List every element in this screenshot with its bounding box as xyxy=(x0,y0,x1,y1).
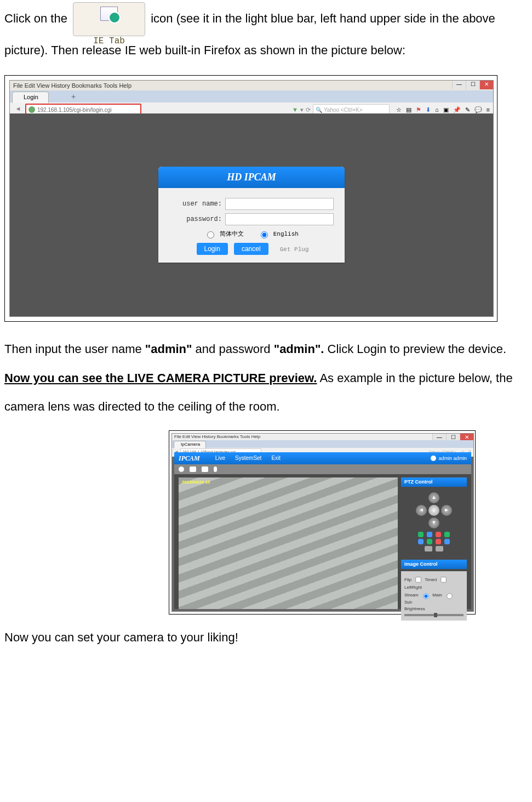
ptz-preset-4[interactable] xyxy=(444,532,450,537)
live-screenshot-frame: — ☐ ✕ File Edit View History Bookmarks T… xyxy=(169,430,476,615)
ptz-preset-row-2 xyxy=(401,539,467,544)
mic-icon[interactable] xyxy=(214,467,217,472)
ptz-left-button[interactable]: ◄ xyxy=(416,505,427,516)
ietab-glyph xyxy=(100,7,118,21)
brightness-slider[interactable] xyxy=(404,614,464,616)
get-plug-link[interactable]: Get Plug xyxy=(280,246,309,253)
ptz-title: PTZ Control xyxy=(401,477,467,487)
lang-en-radio[interactable] xyxy=(261,231,268,238)
page-content: HD IPCAM user name: password: 简体中文 xyxy=(10,113,493,316)
ptz-preset-5[interactable] xyxy=(418,539,424,544)
p2-e: Click Login to preview the device. xyxy=(328,342,507,356)
pin-icon[interactable]: 📌 xyxy=(453,106,461,113)
live-browser: — ☐ ✕ File Edit View History Bookmarks T… xyxy=(171,433,474,612)
user-icon xyxy=(431,456,436,461)
ptz-preset-2[interactable] xyxy=(427,532,432,537)
login-browser: — ☐ ✕ File Edit View History Bookmarks T… xyxy=(9,80,494,317)
user-label: admin admin xyxy=(438,456,467,462)
nav-live[interactable]: Live xyxy=(215,455,225,462)
login-title: HD IPCAM xyxy=(158,167,345,188)
browser-menubar-2[interactable]: File Edit View History Bookmarks Tools H… xyxy=(172,434,473,440)
ptz-preset-8[interactable] xyxy=(444,539,450,544)
login-screenshot-frame: — ☐ ✕ File Edit View History Bookmarks T… xyxy=(4,75,497,322)
flip-label: Flip xyxy=(404,577,411,582)
record-icon[interactable] xyxy=(179,467,184,472)
home-icon[interactable]: ⌂ xyxy=(435,106,439,113)
login-button[interactable]: Login xyxy=(197,243,228,255)
ptz-down-button[interactable]: ▼ xyxy=(428,517,439,528)
flip-row: Flip Timed LeftRight xyxy=(404,575,464,590)
p2-d: "admin". xyxy=(274,342,324,356)
login-panel: HD IPCAM user name: password: 简体中文 xyxy=(158,167,345,263)
search-placeholder: Yahoo <Ctrl+K> xyxy=(324,106,363,113)
reload-icon[interactable]: ⟳ xyxy=(306,106,311,113)
window-min-button[interactable]: — xyxy=(452,81,466,89)
main-radio[interactable] xyxy=(423,594,428,599)
sub-toolbar xyxy=(174,464,471,474)
ptz-zoom-in[interactable] xyxy=(436,546,443,551)
main-label: Main xyxy=(432,593,442,598)
leftright-checkbox[interactable] xyxy=(441,577,447,582)
flag-icon[interactable]: ⚑ xyxy=(416,106,421,113)
timed-checkbox[interactable] xyxy=(415,577,421,582)
brightness-label: Brightness xyxy=(404,606,425,611)
url-text: 192.168.1.105/cgi-bin/login.cgi xyxy=(37,106,112,113)
video-icon[interactable] xyxy=(202,467,208,472)
ptz-preset-row-1 xyxy=(401,532,467,537)
ptz-dpad: ▲ ▼ ◄ ► ⌂ xyxy=(416,492,452,528)
shield-icon: ▼ xyxy=(292,106,298,113)
p2-c: and password xyxy=(196,342,274,356)
video-preview[interactable]: 2013/04/24 15 xyxy=(179,477,398,609)
brand-label: IPCAM xyxy=(179,454,200,462)
ietab-label: IE Tab xyxy=(73,31,145,52)
site-icon xyxy=(28,106,35,113)
nav-exit[interactable]: Exit xyxy=(271,455,281,462)
ptz-up-button[interactable]: ▲ xyxy=(428,492,439,503)
ptz-preset-6[interactable] xyxy=(427,539,432,544)
window-buttons: — ☐ ✕ xyxy=(452,81,493,89)
imagecontrol-title: Image Control xyxy=(401,560,467,569)
browser-tab-2[interactable]: IpCamera xyxy=(174,441,206,448)
ptz-zoom-out[interactable] xyxy=(425,546,432,551)
lang-cn-label: 简体中文 xyxy=(220,231,244,237)
p2-a: Then input the user name xyxy=(4,342,145,356)
ptz-right-button[interactable]: ► xyxy=(441,505,452,516)
p2-f: Now you can see the LIVE CAMERA PICTURE … xyxy=(4,371,317,385)
menu-icon[interactable]: ≡ xyxy=(487,106,490,113)
browser-menubar[interactable]: File Edit View History Bookmarks Tools H… xyxy=(10,81,493,90)
password-row: password: xyxy=(169,213,334,225)
login-body: user name: password: 简体中文 English xyxy=(158,188,345,263)
download-icon[interactable]: ⬇ xyxy=(426,106,431,113)
button-row: Login cancel Get Plug xyxy=(169,243,334,255)
image-control-panel: Flip Timed LeftRight Stream Main Sub xyxy=(401,571,467,621)
nav-systemset[interactable]: SystemSet xyxy=(235,455,261,462)
ptz-preset-1[interactable] xyxy=(418,532,424,537)
password-label: password: xyxy=(169,215,222,224)
ptz-preset-7[interactable] xyxy=(436,539,441,544)
username-input[interactable] xyxy=(225,198,334,210)
stream-row: Stream Main Sub xyxy=(404,591,464,605)
chat-icon[interactable]: 💬 xyxy=(474,106,482,113)
snapshot-icon[interactable] xyxy=(190,467,196,472)
stream-label: Stream xyxy=(404,593,419,598)
ptz-preset-3[interactable] xyxy=(436,532,441,537)
note-icon[interactable]: ✎ xyxy=(465,106,470,113)
ptz-home-button[interactable]: ⌂ xyxy=(428,505,439,516)
fullscreen-icon[interactable]: ▣ xyxy=(443,106,449,113)
list-icon[interactable]: ▤ xyxy=(406,106,411,113)
dropdown-icon: ▾ xyxy=(300,106,304,113)
cancel-button[interactable]: cancel xyxy=(234,243,268,255)
lang-cn-radio[interactable] xyxy=(207,231,214,238)
ietab-icon: IE Tab xyxy=(73,2,145,36)
sub-radio[interactable] xyxy=(447,594,452,599)
p1-pre: Click on the xyxy=(4,12,71,25)
window-max-button[interactable]: ☐ xyxy=(466,81,479,89)
new-tab-button[interactable]: + xyxy=(69,92,78,101)
password-input[interactable] xyxy=(225,213,334,225)
window-close-button[interactable]: ✕ xyxy=(479,81,493,89)
lang-en-label: English xyxy=(273,231,299,237)
leftright-label: LeftRight xyxy=(404,585,422,590)
browser-tab[interactable]: Login xyxy=(12,92,49,103)
star-icon[interactable]: ☆ xyxy=(396,106,402,113)
brightness-row: Brightness xyxy=(404,606,464,616)
